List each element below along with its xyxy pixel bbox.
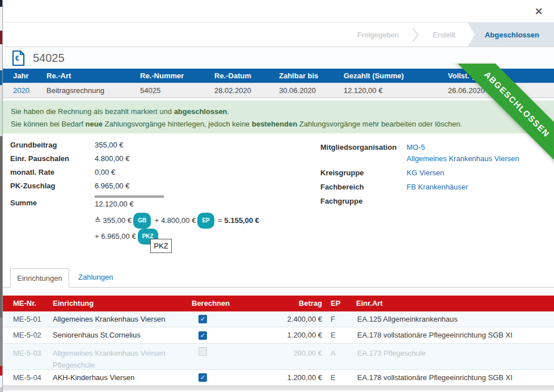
fachgruppe-value — [407, 196, 519, 207]
invoice-table: Jahr Re.-Art Re.-Nummer Re.-Datum Zahlba… — [3, 69, 554, 98]
cell-ep: E — [328, 370, 353, 385]
status-notice: Sie haben die Rechnung als bezahlt marki… — [3, 100, 554, 133]
close-icon[interactable]: ✕ — [531, 5, 546, 19]
table-row: ME-5-04 AKH-Kinderhaus Viersen 1.200,00 … — [3, 370, 554, 386]
berechnen-checkbox[interactable] — [198, 331, 207, 340]
cell-einrichtung: Seniorenhaus St.Cornelius — [50, 327, 189, 343]
cell-me-nr: ME-5-01 — [10, 311, 50, 327]
table-row: ME-5-03 Allgemeines Krankenhaus Viersen … — [3, 344, 554, 370]
einrichtungen-table: ME-Nr. Einrichtung Berechnen Betrag EP E… — [3, 296, 554, 386]
cell-einr-art: EA.125 Allgemeinkrankenhaus — [353, 311, 554, 327]
amount-breakdown: Grundbeitrag 355,00 € Einr. Pauschalen 4… — [10, 141, 174, 208]
breakdown-value: 6.965,00 € — [95, 182, 174, 190]
breakdown-value: 0,00 € — [95, 168, 174, 176]
cell-re-datum: 28.02.2020 — [212, 83, 276, 98]
cell-ep: A — [328, 347, 353, 359]
mitgliedsorganisation-name-link[interactable]: Allgemeines Krankenhaus Viersen — [407, 153, 519, 165]
membership-row: Kreisgruppe KG Viersen — [320, 167, 519, 179]
cell-einr-art: EA.173 Pflegeschule — [353, 347, 554, 359]
breakdown-row: monatl. Rate 0,00 € — [10, 168, 174, 176]
col-gezahlt-summe: Gezahlt (Summe) — [341, 69, 445, 83]
breakdown-value: 355,00 € — [95, 141, 174, 149]
euro-glyph: € — [15, 54, 19, 62]
step-freigegeben: Freigegeben — [345, 23, 411, 47]
formula-line-1: ≙ 355,00 €GB + 4.800,00 €EP = 5.155,00 € — [95, 213, 259, 229]
breakdown-row: Grundbeitrag 355,00 € — [10, 141, 174, 149]
cell-betrag: 2.400,00 € — [263, 311, 328, 327]
step-label: Abgeschlossen — [485, 31, 539, 39]
dialog-titlebar: ✕ — [3, 0, 554, 23]
col-betrag: Betrag — [263, 296, 328, 311]
col-berechnen: Berechnen — [189, 296, 263, 311]
step-label: Freigegeben — [357, 31, 399, 39]
breakdown-label: Grundbeitrag — [10, 141, 95, 149]
cell-betrag: 1.200,00 € — [263, 327, 328, 343]
berechnen-checkbox[interactable] — [198, 347, 207, 356]
tab-zahlungen[interactable]: Zahlungen — [78, 268, 113, 287]
membership-row: Fachgruppe — [320, 196, 519, 207]
cell-vollst-gezahlt: 26.06.2020 — [445, 83, 554, 98]
cell-einr-art: EA.178 vollstationäre Pflegeeinrichtung … — [353, 370, 554, 385]
cell-einrichtung: Allgemeines Krankenhaus Viersen Pflegesc… — [50, 347, 189, 371]
berechnen-checkbox[interactable] — [198, 315, 207, 323]
membership-label: Fachbereich — [320, 182, 407, 193]
cell-re-nummer: 54025 — [137, 83, 212, 98]
cell-betrag: 1.200,00 € — [263, 370, 328, 385]
pkz-button[interactable]: PKZ — [150, 239, 172, 253]
table-row: ME-5-01 Allgemeines Krankenhaus Viersen … — [3, 311, 554, 327]
total-label: Summe — [10, 196, 95, 208]
col-re-nummer: Re.-Nummer — [137, 69, 212, 83]
cell-me-nr: ME-5-02 — [10, 327, 50, 343]
cell-ep: F — [328, 311, 353, 327]
cell-me-nr: ME-5-03 — [10, 347, 50, 359]
invoice-table-header: Jahr Re.-Art Re.-Nummer Re.-Datum Zahlba… — [3, 69, 554, 83]
formula-result: 5.155,00 € — [225, 216, 259, 225]
membership-row: Fachbereich FB Krankenhäuser — [320, 182, 519, 193]
col-re-datum: Re.-Datum — [212, 69, 276, 83]
membership-row: Mitgliedsorganisation MO-5 Allgemeines K… — [320, 142, 519, 165]
jahr-link[interactable]: 2020 — [13, 86, 29, 95]
cell-zahlbar-bis: 30.06.2020 — [276, 83, 341, 98]
breakdown-label: PK-Zuschlag — [10, 182, 95, 190]
cell-betrag: 200,00 € — [263, 347, 328, 359]
tab-einrichtungen[interactable]: Einrichtungen — [10, 268, 69, 288]
page-header: € 54025 — [3, 47, 554, 69]
cell-einr-art: EA.178 vollstationäre Pflegeeinrichtung … — [353, 327, 554, 343]
breakdown-row: PK-Zuschlag 6.965,00 € — [10, 182, 174, 190]
page-title: 54025 — [33, 52, 65, 65]
table-row: ME-5-02 Seniorenhaus St.Cornelius 1.200,… — [3, 327, 554, 344]
notice-line-2: Sie können bei Bedarf neue Zahlungsvorgä… — [11, 118, 545, 130]
membership-label: Fachgruppe — [320, 196, 407, 207]
amount-formula: ≙ 355,00 €GB + 4.800,00 €EP = 5.155,00 €… — [95, 213, 259, 245]
step-abgeschlossen: Abgeschlossen — [468, 23, 554, 47]
breakdown-value: 4.800,00 € — [95, 155, 174, 163]
breakdown-label: Einr. Pauschalen — [10, 155, 95, 163]
breakdown-label: monatl. Rate — [10, 168, 95, 176]
breakdown-total-row: Summe 12.120,00 € — [10, 196, 174, 208]
step-label: Erstellt — [433, 31, 455, 39]
status-stepper: Freigegeben Erstellt Abgeschlossen — [3, 23, 554, 47]
fachbereich-link[interactable]: FB Krankenhäuser — [407, 182, 519, 193]
detail-tabs: Einrichtungen Zahlungen — [3, 265, 554, 288]
col-me-nr: ME-Nr. — [10, 296, 50, 311]
breakdown-row: Einr. Pauschalen 4.800,00 € — [10, 155, 174, 163]
col-re-art: Re.-Art — [44, 69, 137, 83]
einrichtungen-table-header: ME-Nr. Einrichtung Berechnen Betrag EP E… — [3, 296, 554, 311]
col-zahlbar-bis: Zahlbar bis — [276, 69, 341, 83]
col-vollst-gezahlt: Vollst. gezahlt — [445, 69, 554, 83]
notice-line-1: Sie haben die Rechnung als bezahlt marki… — [11, 106, 545, 118]
invoice-euro-icon: € — [12, 50, 25, 66]
invoice-row: 2020 Beitragsrechnung 54025 28.02.2020 3… — [3, 83, 554, 98]
cell-gezahlt-summe: 12.120,00 € — [341, 83, 445, 98]
kreisgruppe-link[interactable]: KG Viersen — [407, 167, 519, 179]
col-ep: EP — [328, 296, 353, 311]
col-einrichtung: Einrichtung — [50, 296, 189, 311]
berechnen-checkbox[interactable] — [198, 373, 207, 382]
mitgliedsorganisation-link[interactable]: MO-5 — [407, 142, 519, 153]
membership-label: Mitgliedsorganisation — [320, 142, 407, 165]
ep-badge: EP — [197, 213, 214, 229]
formula-line-2: + 6.965,00 €PKZ — [95, 229, 259, 245]
cell-me-nr: ME-5-04 — [10, 370, 50, 385]
chevron-right-icon — [411, 23, 420, 47]
membership-info: Mitgliedsorganisation MO-5 Allgemeines K… — [320, 142, 519, 210]
